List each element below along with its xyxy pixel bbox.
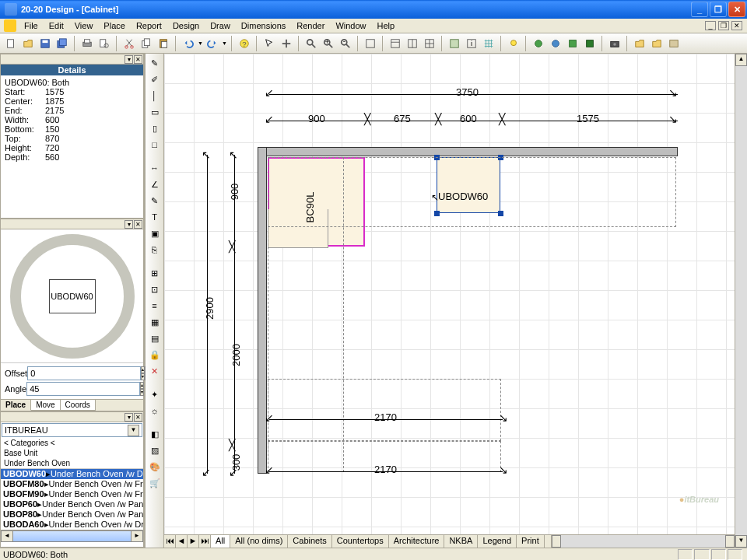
vtool-delete[interactable]: ✕ [147,364,163,378]
vtool-line[interactable]: │ [147,89,163,103]
hscroll-right-icon[interactable]: ► [131,530,143,542]
menu-draw[interactable]: Draw [205,20,236,31]
folder3-button[interactable] [666,36,682,51]
list-item[interactable]: UBODW60▸Under Bench Oven /w Draw [1,469,143,479]
vtool-pointer[interactable]: ✎ [147,56,163,70]
design-canvas[interactable]: 3750 ↙ ↘ 900 675 600 1575 ↙ ╳ ╳ ╳ ↘ 900 … [164,54,735,534]
saveall-button[interactable] [54,36,70,51]
print-button[interactable] [79,36,95,51]
open-button[interactable] [20,36,36,51]
vscroll-down-icon[interactable]: ▼ [735,535,747,548]
angle-down[interactable]: ▾ [140,389,144,396]
minimize-button[interactable]: _ [691,2,708,17]
canvas-tab-nkba[interactable]: NKBA [444,535,478,548]
vtool-ungroup[interactable]: ▤ [147,331,163,345]
close-button[interactable]: ✕ [728,2,745,17]
preview-dropdown-icon[interactable]: ▾ [124,220,133,229]
select-button[interactable] [261,36,277,51]
tab-coords[interactable]: Coords [61,400,96,411]
details-dropdown-icon[interactable]: ▾ [124,55,133,64]
layers-button[interactable] [447,36,462,51]
menu-edit[interactable]: Edit [44,20,69,31]
canvas-tab-all[interactable]: All [211,535,230,548]
canvas-tab-cabinets[interactable]: Cabinets [288,535,331,548]
catalog-close-icon[interactable]: ✕ [134,413,142,422]
menu-place[interactable]: Place [98,20,131,31]
vtool-material[interactable]: ◧ [147,427,163,441]
light-button[interactable] [506,36,521,51]
canvas-tab-countertops[interactable]: Countertops [332,535,389,548]
menu-help[interactable]: Help [372,20,401,31]
catalog-dropdown-icon[interactable]: ▾ [124,413,133,422]
list-item[interactable]: UBOFM80▸Under Bench Oven /w Fram [1,479,143,489]
vtool-note[interactable]: ✎ [147,194,163,208]
paste-button[interactable] [156,36,171,51]
vtool-paint[interactable]: ▨ [147,443,163,457]
menu-dimensions[interactable]: Dimensions [236,20,291,31]
save-button[interactable] [37,36,53,51]
canvas-tab-allnodims[interactable]: All (no dims) [230,535,288,548]
vtool-lock[interactable]: 🔒 [147,348,163,362]
grid-button[interactable] [481,36,496,51]
vtool-cart[interactable]: 🛒 [147,476,163,490]
catalog-combo[interactable]: ITBUREAU ▼ [2,423,142,437]
vtool-link[interactable]: ⎘ [147,243,163,257]
canvas-tab-architecture[interactable]: Architecture [389,535,445,548]
vtool-image[interactable]: ▣ [147,226,163,240]
vtool-light[interactable]: ☼ [147,404,163,418]
angle-up[interactable]: ▴ [140,382,144,389]
canvas-hscroll[interactable] [551,535,735,548]
props-button[interactable]: i [464,36,479,51]
hscroll-left-icon[interactable]: ◄ [1,530,13,542]
render1-button[interactable] [531,36,546,51]
zoom-button[interactable] [303,36,319,51]
canvas-tab-print[interactable]: Print [517,535,545,548]
help-button[interactable]: ? [237,36,252,51]
catalog-hscroll[interactable]: ◄ ► [1,530,143,542]
tab-first-icon[interactable]: ⏮ [164,535,176,548]
zoomout-button[interactable]: - [338,36,353,51]
tab-prev-icon[interactable]: ◄ [176,535,188,548]
angle-input[interactable] [26,382,140,396]
cut-button[interactable] [121,36,137,51]
vtool-layers[interactable]: ≡ [147,299,163,313]
maximize-button[interactable]: ❐ [710,2,727,17]
folder2-button[interactable] [649,36,665,51]
canvas-tab-legend[interactable]: Legend [478,535,517,548]
copy-button[interactable] [139,36,154,51]
layout1-button[interactable] [388,36,403,51]
vscroll-up-icon[interactable]: ▲ [735,54,747,66]
vtool-grid[interactable]: ⊞ [147,266,163,280]
layout3-button[interactable] [422,36,437,51]
mdi-restore[interactable]: ❐ [718,21,729,30]
canvas-vscroll[interactable]: ▲ ▼ [735,54,747,548]
tab-move[interactable]: Move [31,400,60,411]
zoomin-button[interactable]: + [321,36,336,51]
mdi-minimize[interactable]: _ [705,21,716,30]
preview-close-icon[interactable]: ✕ [134,220,142,229]
list-item[interactable]: UBODA60▸Under Bench Oven /w Draw [1,520,143,530]
printpreview-button[interactable] [96,36,112,51]
vtool-square[interactable]: □ [147,138,163,152]
render3-button[interactable] [565,36,580,51]
undo-button[interactable] [181,36,196,51]
catalog-crumb-base[interactable]: Base Unit [1,448,143,458]
orientation-wheel[interactable]: UBODW60 [10,234,135,359]
vtool-wand[interactable]: ✦ [147,387,163,401]
layout2-button[interactable] [405,36,420,51]
vtool-rect[interactable]: ▭ [147,105,163,119]
tab-place[interactable]: Place [1,400,31,411]
menu-render[interactable]: Render [291,20,330,31]
menu-window[interactable]: Window [330,20,371,31]
vtool-angle[interactable]: ∠ [147,177,163,191]
vtool-wall[interactable]: ▯ [147,121,163,135]
menu-file[interactable]: File [19,20,44,31]
vtool-dim[interactable]: ↔ [147,161,163,175]
vtool-snap[interactable]: ⊡ [147,282,163,296]
tab-last-icon[interactable]: ⏭ [199,535,211,548]
combo-arrow-icon[interactable]: ▼ [128,425,139,436]
menu-view[interactable]: View [69,20,99,31]
mdi-close[interactable]: ✕ [731,21,742,30]
list-item[interactable]: UBOFM90▸Under Bench Oven /w Fram [1,489,143,499]
details-close-icon[interactable]: ✕ [134,55,142,64]
